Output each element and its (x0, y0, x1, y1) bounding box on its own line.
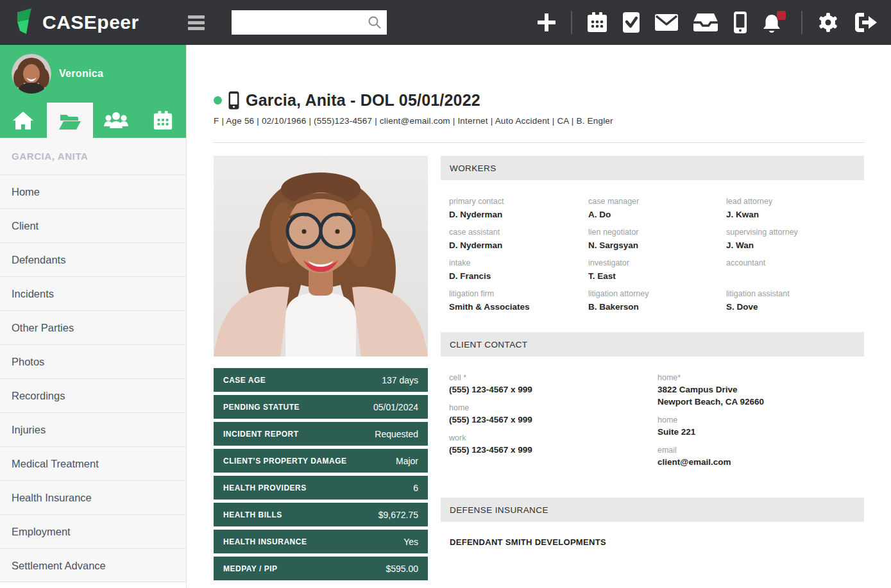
mobile-button[interactable] (733, 11, 747, 34)
tab-calendar[interactable] (140, 103, 187, 138)
sidebar-nav-item[interactable]: Health Insurance (0, 480, 186, 514)
logout-button[interactable] (854, 12, 877, 33)
worker-field: litigation assistant S. Dove (726, 289, 864, 312)
worker-field: litigation attorney B. Bakerson (588, 289, 726, 312)
worker-role-label: case manager (588, 197, 726, 206)
workers-grid: primary contact D. Nyderman case manager… (449, 197, 864, 312)
sidebar-nav-item[interactable]: Settlement Advance (0, 548, 186, 582)
tab-cases[interactable] (47, 103, 94, 138)
settings-gear-button[interactable] (817, 12, 839, 33)
stat-value: Major (396, 456, 418, 466)
phone-status-icon (228, 91, 239, 110)
phone-value: (555) 123-4567 x 999 (449, 385, 658, 394)
phone-field: work (555) 123-4567 x 999 (449, 433, 658, 455)
hamburger-menu-icon[interactable] (188, 15, 205, 30)
address-field: email client@email.com (658, 446, 864, 467)
sidebar-nav-item[interactable]: Photos (0, 344, 186, 378)
address-line-1: Suite 221 (658, 427, 864, 437)
address-field: home Suite 221 (658, 416, 864, 437)
calendar-icon (153, 110, 173, 131)
calendar-button[interactable] (587, 12, 607, 33)
tasks-button[interactable] (622, 12, 640, 33)
worker-field: litigation firm Smith & Associates (449, 289, 588, 312)
sidebar-nav-item[interactable]: Defendants (0, 242, 186, 276)
worker-role-label: litigation firm (449, 289, 588, 298)
defense-insurance-entry[interactable]: DEFENDANT SMITH DEVELOPMENTS (450, 537, 864, 547)
tab-home[interactable] (0, 103, 47, 138)
sidebar-nav-item[interactable]: Home (0, 174, 186, 208)
search-input[interactable] (232, 10, 387, 35)
worker-role-label: intake (449, 258, 588, 267)
defense-insurance-section-header: DEFENSE INSURANCE (441, 498, 864, 522)
home-icon (12, 111, 34, 130)
search-icon (368, 15, 382, 29)
worker-field: lien negotiator N. Sargsyan (588, 228, 726, 250)
client-phones: cell * (555) 123-4567 x 999 home (555) 1… (449, 373, 658, 476)
stat-row: INCIDENT REPORT Requested (214, 422, 428, 446)
worker-name: D. Nyderman (449, 240, 588, 250)
worker-field: lead attorney J. Kwan (726, 197, 864, 219)
casepeer-logo[interactable]: CASEpeer (14, 8, 139, 37)
sidebar-nav-item[interactable]: Recordings (0, 378, 186, 412)
stat-value: 137 days (382, 375, 418, 385)
case-title-row: Garcia, Anita - DOL 05/01/2022 (214, 91, 864, 110)
sidebar-nav-item[interactable]: Other Parties (0, 310, 186, 344)
stat-value: $9,672.75 (378, 510, 418, 520)
address-line-1: client@email.com (658, 457, 864, 467)
sidebar-nav-item[interactable]: Client (0, 208, 186, 242)
sidebar-nav-item[interactable]: Medical Treatment (0, 446, 186, 480)
worker-name: J. Kwan (726, 210, 864, 219)
user-avatar (12, 54, 51, 94)
casepeer-logo-text: CASEpeer (42, 12, 139, 33)
stat-value: 6 (413, 483, 418, 493)
sidebar-nav-item[interactable]: Injuries (0, 412, 186, 446)
phone-value: (555) 123-4567 x 999 (449, 415, 658, 424)
worker-role-label: litigation assistant (726, 289, 864, 298)
worker-role-label: primary contact (449, 197, 588, 206)
worker-field: case assistant D. Nyderman (449, 228, 588, 250)
worker-name: B. Bakerson (588, 302, 726, 312)
sidebar-nav-item[interactable]: Incidents (0, 276, 186, 310)
topbar-divider (571, 11, 572, 34)
worker-role-label: lien negotiator (588, 228, 726, 237)
worker-field: investigator T. East (588, 258, 726, 281)
sidebar-tabs (0, 103, 186, 138)
worker-name: S. Dove (726, 302, 864, 312)
case-summary-column: CASE AGE 137 days PENDING STATUTE 05/01/… (214, 156, 428, 584)
stat-label: CASE AGE (223, 376, 266, 385)
add-new-button[interactable] (537, 12, 556, 33)
notification-badge (777, 11, 786, 20)
sidebar-nav-item[interactable]: Employment (0, 514, 186, 548)
client-photo (214, 156, 428, 357)
inbox-button[interactable] (693, 13, 718, 32)
phone-field: home (555) 123-4567 x 999 (449, 403, 658, 424)
case-status-dot (214, 96, 222, 105)
stat-row: HEALTH INSURANCE Yes (214, 530, 428, 553)
worker-name: D. Nyderman (449, 210, 588, 219)
worker-role-label: accountant (726, 258, 864, 267)
main-content: Garcia, Anita - DOL 05/01/2022 F | Age 5… (187, 45, 891, 588)
worker-field: case manager A. Do (588, 197, 726, 219)
stat-label: INCIDENT REPORT (223, 430, 299, 439)
worker-role-label: investigator (588, 258, 726, 267)
global-search (232, 10, 387, 35)
phone-field: cell * (555) 123-4567 x 999 (449, 373, 658, 394)
stat-row: CASE AGE 137 days (214, 368, 428, 392)
stat-label: HEALTH BILLS (223, 510, 282, 519)
tab-contacts[interactable] (93, 103, 140, 138)
stat-row: CLIENT’S PROPERTY DAMAGE Major (214, 449, 428, 473)
client-contact-section-header: CLIENT CONTACT (441, 332, 864, 357)
open-folder-icon (58, 111, 81, 130)
notifications-button[interactable] (762, 11, 786, 34)
worker-field: intake D. Francis (449, 258, 588, 281)
stat-value: Requested (375, 429, 418, 439)
case-title: Garcia, Anita - DOL 05/01/2022 (246, 91, 480, 110)
case-subtitle: F | Age 56 | 02/10/1966 | (555)123-4567 … (214, 116, 864, 126)
mail-button[interactable] (655, 14, 678, 31)
stat-value: 05/01/2024 (373, 402, 418, 412)
stat-label: HEALTH PROVIDERS (223, 483, 307, 492)
stat-value: Yes (403, 537, 418, 547)
address-field: home* 3822 Campus Drive Newport Beach, C… (658, 373, 864, 407)
casepeer-logo-icon (14, 8, 36, 37)
worker-name: N. Sargsyan (588, 240, 726, 250)
